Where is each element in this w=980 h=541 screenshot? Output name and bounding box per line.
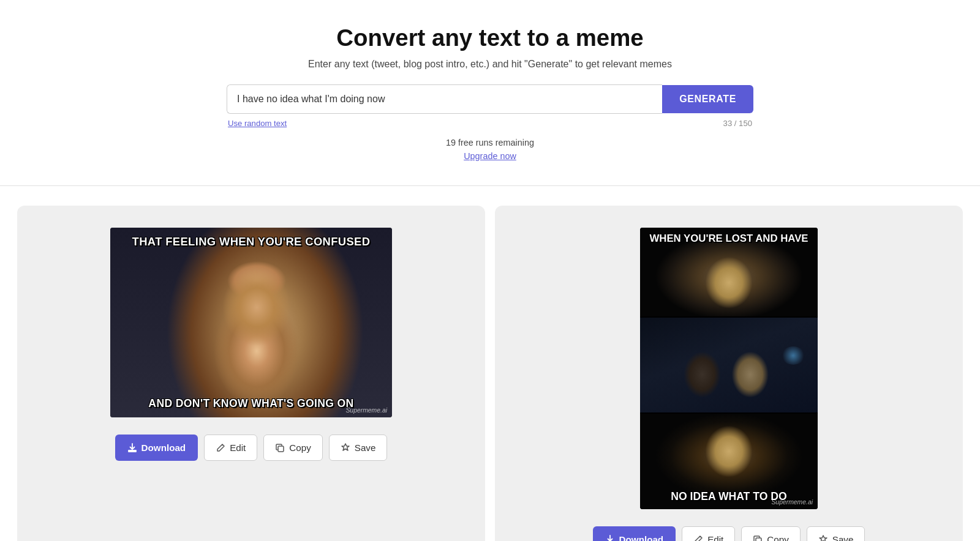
- meme2-save-button[interactable]: Save: [807, 526, 865, 541]
- star-icon-2: [818, 535, 828, 542]
- upgrade-link[interactable]: Upgrade now: [12, 151, 968, 161]
- meme-image-container-1: THAT FEELING WHEN YOU'RE CONFUSED AND DO…: [42, 228, 461, 417]
- download-icon-2: [605, 535, 615, 542]
- generate-button[interactable]: GENERATE: [662, 85, 753, 113]
- meme2-panel-1: WHEN YOU'RE LOST AND HAVE: [640, 228, 818, 318]
- page-subtitle: Enter any text (tweet, blog post intro, …: [12, 59, 968, 70]
- meme2-edit-button[interactable]: Edit: [682, 526, 735, 541]
- meme1-text-bottom: AND DON'T KNOW WHAT'S GOING ON: [118, 397, 385, 410]
- meme2-copy-button[interactable]: Copy: [741, 526, 800, 541]
- meme-card-2: WHEN YOU'RE LOST AND HAVE NO IDEA WHAT T…: [495, 206, 963, 541]
- page-header: Convert any text to a meme Enter any tex…: [0, 0, 980, 186]
- meme1-watermark: Supermeme.ai: [345, 407, 387, 414]
- meme1-save-button[interactable]: Save: [329, 435, 388, 461]
- meme-grid: THAT FEELING WHEN YOU'RE CONFUSED AND DO…: [0, 201, 980, 541]
- meme1-edit-button[interactable]: Edit: [204, 435, 257, 461]
- meme2-actions: Download Edit Copy Save: [593, 526, 865, 541]
- meme1-copy-button[interactable]: Copy: [263, 435, 322, 461]
- meme-image-container-2: WHEN YOU'RE LOST AND HAVE NO IDEA WHAT T…: [519, 228, 938, 509]
- page-title: Convert any text to a meme: [12, 24, 968, 51]
- divider: [0, 185, 980, 186]
- copy-icon: [275, 443, 285, 453]
- meme1-download-button[interactable]: Download: [115, 435, 198, 461]
- star-icon: [341, 443, 350, 453]
- download-icon: [127, 443, 137, 453]
- input-meta: Use random text 33 / 150: [227, 119, 753, 128]
- meme2-download-button[interactable]: Download: [593, 526, 676, 541]
- svg-rect-0: [278, 446, 284, 452]
- copy-icon-2: [753, 535, 763, 542]
- edit-icon-2: [693, 535, 703, 542]
- meme-card-1: THAT FEELING WHEN YOU'RE CONFUSED AND DO…: [17, 206, 485, 541]
- meme-image-2: WHEN YOU'RE LOST AND HAVE NO IDEA WHAT T…: [640, 228, 818, 509]
- meme2-text-top: WHEN YOU'RE LOST AND HAVE: [640, 233, 818, 245]
- meme1-text-top: THAT FEELING WHEN YOU'RE CONFUSED: [118, 235, 385, 248]
- free-runs-text: 19 free runs remaining: [12, 138, 968, 147]
- svg-rect-1: [756, 538, 761, 542]
- meme2-panel-2: [640, 318, 818, 413]
- char-count: 33 / 150: [723, 119, 752, 128]
- meme1-actions: Download Edit Copy Save: [115, 435, 388, 461]
- input-row: GENERATE: [227, 84, 753, 114]
- meme2-watermark: Supermeme.ai: [771, 499, 813, 506]
- meme2-panel-3: NO IDEA WHAT TO DO: [640, 414, 818, 509]
- text-input[interactable]: [227, 84, 662, 114]
- edit-icon: [216, 443, 225, 453]
- meme-image-1: THAT FEELING WHEN YOU'RE CONFUSED AND DO…: [110, 228, 392, 417]
- random-text-link[interactable]: Use random text: [228, 119, 287, 128]
